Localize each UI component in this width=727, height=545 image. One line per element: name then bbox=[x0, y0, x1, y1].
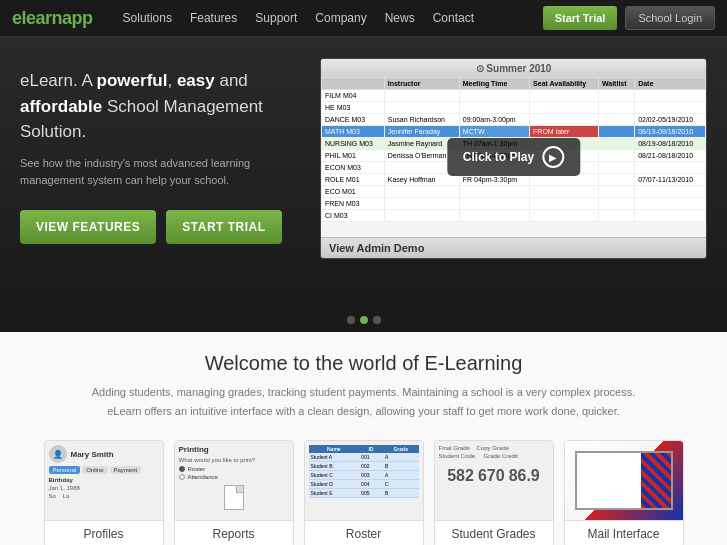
table-row: DANCE M03Susan Richardson09:00am-3:00pm0… bbox=[322, 114, 706, 126]
profile-birthday-label: Birthday bbox=[49, 477, 159, 483]
profile-birthday-value: Jan 1, 1988 bbox=[49, 485, 159, 491]
roster-row: Student A001A bbox=[309, 453, 419, 462]
nav-support[interactable]: Support bbox=[255, 11, 297, 25]
grade-number-3: 86.9 bbox=[509, 467, 540, 485]
dots-row bbox=[0, 308, 727, 332]
nav-contact[interactable]: Contact bbox=[433, 11, 474, 25]
table-row-highlighted: MATH M03Jennifer FaradayMCTWFROM later08… bbox=[322, 126, 706, 138]
view-features-button[interactable]: VIEW FEATURES bbox=[20, 210, 156, 244]
roster-row: Student B002B bbox=[309, 462, 419, 471]
hero-section: eLearn. A powerful, easy and affordable … bbox=[0, 38, 727, 308]
profile-tab-online[interactable]: Online bbox=[82, 466, 107, 474]
play-label: Click to Play bbox=[463, 150, 534, 164]
profile-tab-payment[interactable]: Payment bbox=[110, 466, 142, 474]
video-content: Instructor Meeting Time Seat Availabilit… bbox=[321, 77, 706, 237]
grades-numbers: 582 670 86.9 bbox=[439, 467, 549, 485]
roster-table: Name ID Grade Student A001A Student B002… bbox=[309, 445, 419, 498]
roster-image: Name ID Grade Student A001A Student B002… bbox=[305, 441, 423, 521]
profile-tab-personal[interactable]: Personal bbox=[49, 466, 81, 474]
hero-easy: easy bbox=[177, 71, 215, 90]
col-instructor: Instructor bbox=[384, 78, 459, 90]
hero-right: ⊙ Summer 2010 Instructor Meeting Time Se… bbox=[320, 58, 707, 278]
table-row: CI M03 bbox=[322, 210, 706, 222]
roster-col: ID bbox=[359, 445, 383, 453]
profile-avatar-icon: 👤 bbox=[49, 445, 67, 463]
reports-option-label: Roster bbox=[188, 466, 206, 472]
view-admin-demo-link[interactable]: View Admin Demo bbox=[321, 237, 706, 258]
radio-icon bbox=[179, 474, 185, 480]
table-row: FREN M03 bbox=[322, 198, 706, 210]
feature-card-mail-interface[interactable]: Mail Interface bbox=[564, 440, 684, 545]
col-date: Date bbox=[635, 78, 706, 90]
logo-learn: elearn bbox=[12, 8, 62, 28]
student-grades-label: Student Grades bbox=[435, 521, 553, 545]
roster-col: Grade bbox=[383, 445, 419, 453]
mail-mock bbox=[565, 441, 683, 520]
col-seat: Seat Availability bbox=[530, 78, 599, 90]
video-header: ⊙ Summer 2010 bbox=[321, 59, 706, 77]
dot-3[interactable] bbox=[373, 316, 381, 324]
grades-image: Final Grade Copy Grade Student Code Grad… bbox=[435, 441, 553, 521]
main-nav: Solutions Features Support Company News … bbox=[123, 11, 543, 25]
grade-number-1: 582 bbox=[447, 467, 474, 485]
feature-card-reports[interactable]: Printing What would you like to print? R… bbox=[174, 440, 294, 545]
reports-option-roster: Roster bbox=[179, 466, 289, 472]
hero-description: See how the industry's most advanced lea… bbox=[20, 155, 300, 190]
dot-1[interactable] bbox=[347, 316, 355, 324]
nav-features[interactable]: Features bbox=[190, 11, 237, 25]
roster-col: Name bbox=[309, 445, 360, 453]
play-button-overlay[interactable]: Click to Play ▶ bbox=[447, 138, 580, 176]
hero-headline: eLearn. A powerful, easy and affordable … bbox=[20, 68, 300, 145]
header-school-login-button[interactable]: School Login bbox=[625, 6, 715, 30]
header-start-trial-button[interactable]: Start Trial bbox=[543, 6, 618, 30]
mail-envelope-icon bbox=[575, 451, 673, 510]
mail-interface-label: Mail Interface bbox=[565, 521, 683, 545]
reports-question: What would you like to print? bbox=[179, 457, 289, 463]
radio-icon bbox=[179, 466, 185, 472]
grade-number-2: 670 bbox=[478, 467, 505, 485]
header: elearnapp Solutions Features Support Com… bbox=[0, 0, 727, 38]
reports-title: Printing bbox=[179, 445, 289, 454]
profiles-image: 👤 Mary Smith Personal Online Payment Bir… bbox=[45, 441, 163, 521]
grades-mock: Final Grade Copy Grade Student Code Grad… bbox=[435, 441, 553, 489]
hero-and: and bbox=[215, 71, 248, 90]
profile-mock: 👤 Mary Smith Personal Online Payment Bir… bbox=[45, 441, 163, 505]
logo-app: app bbox=[62, 8, 93, 28]
profiles-label: Profiles bbox=[45, 521, 163, 545]
hero-headline-elearn: eLearn. A bbox=[20, 71, 97, 90]
feature-card-student-grades[interactable]: Final Grade Copy Grade Student Code Grad… bbox=[434, 440, 554, 545]
start-trial-hero-button[interactable]: START TRIAL bbox=[166, 210, 281, 244]
roster-row: Student C003A bbox=[309, 471, 419, 480]
reports-label: Reports bbox=[175, 521, 293, 545]
col-waitlist: Waitlist bbox=[598, 78, 634, 90]
welcome-subtitle-line2: eLearn offers an intuitive interface wit… bbox=[107, 405, 620, 417]
nav-solutions[interactable]: Solutions bbox=[123, 11, 172, 25]
table-row: ECO M01 bbox=[322, 186, 706, 198]
profile-extra: So La bbox=[49, 493, 159, 499]
hero-buttons: VIEW FEATURES START TRIAL bbox=[20, 210, 300, 244]
roster-label: Roster bbox=[305, 521, 423, 545]
hero-left: eLearn. A powerful, easy and affordable … bbox=[20, 58, 300, 278]
hero-affordable: affordable bbox=[20, 97, 102, 116]
col-name bbox=[322, 78, 385, 90]
header-buttons: Start Trial School Login bbox=[543, 6, 715, 30]
nav-company[interactable]: Company bbox=[315, 11, 366, 25]
hero-comma1: , bbox=[167, 71, 176, 90]
dot-2-active[interactable] bbox=[360, 316, 368, 324]
feature-card-roster[interactable]: Name ID Grade Student A001A Student B002… bbox=[304, 440, 424, 545]
profile-tabs: Personal Online Payment bbox=[49, 466, 159, 474]
table-row: HE M03 bbox=[322, 102, 706, 114]
nav-news[interactable]: News bbox=[385, 11, 415, 25]
welcome-title: Welcome to the world of E-Learning bbox=[30, 352, 697, 375]
roster-row: Student E005B bbox=[309, 489, 419, 498]
roster-row: Student D004C bbox=[309, 480, 419, 489]
welcome-subtitle-line1: Adding students, managing grades, tracki… bbox=[92, 386, 636, 398]
reports-image: Printing What would you like to print? R… bbox=[175, 441, 293, 521]
table-row: FILM M04 bbox=[322, 90, 706, 102]
document-icon bbox=[224, 485, 244, 510]
play-icon: ▶ bbox=[542, 146, 564, 168]
mail-image bbox=[565, 441, 683, 521]
feature-card-profiles[interactable]: 👤 Mary Smith Personal Online Payment Bir… bbox=[44, 440, 164, 545]
profile-name: Mary Smith bbox=[71, 450, 114, 459]
mail-stripes bbox=[641, 453, 671, 508]
